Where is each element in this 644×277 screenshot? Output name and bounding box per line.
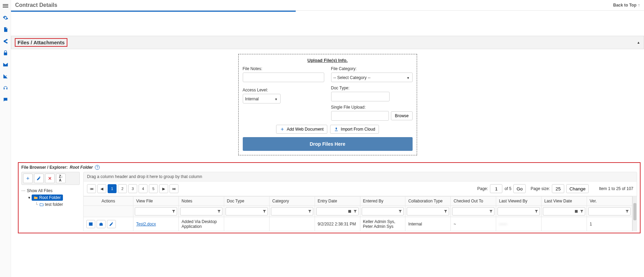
filter-checked-out[interactable] (452, 207, 494, 215)
file-category-select[interactable]: -- Select Category -- (331, 73, 413, 82)
current-folder: Root Folder (70, 165, 93, 170)
go-button[interactable]: Go (513, 184, 526, 193)
row-briefcase-icon[interactable] (97, 220, 106, 228)
help-icon[interactable]: ? (95, 165, 100, 170)
filter-icon[interactable] (217, 209, 221, 213)
pager-prev[interactable]: ◀ (97, 184, 106, 193)
pager-page-4[interactable]: 4 (139, 184, 148, 193)
filter-icon[interactable] (172, 209, 176, 213)
back-to-top-link[interactable]: Back to Top ↑ (613, 3, 640, 8)
add-web-doc-button[interactable]: Add Web Document (276, 125, 327, 134)
file-category-label: File Category: (331, 66, 413, 71)
filter-icon[interactable] (580, 209, 584, 213)
col-actions[interactable]: Actions (84, 197, 133, 206)
file-notes-input[interactable] (243, 73, 324, 82)
filter-entry-date[interactable] (316, 207, 359, 215)
filter-icon[interactable] (625, 209, 629, 213)
document-icon[interactable] (3, 27, 8, 32)
filter-icon[interactable] (353, 209, 357, 213)
calendar-icon[interactable] (348, 209, 352, 213)
page-size-input[interactable] (552, 184, 564, 193)
test-folder-node[interactable]: └ test folder (35, 201, 80, 208)
filter-icon[interactable] (308, 209, 312, 213)
filter-icon[interactable] (444, 209, 448, 213)
drop-zone[interactable]: Drop Files Here (243, 137, 413, 151)
pager-page-2[interactable]: 2 (118, 184, 127, 193)
files-table: Actions View File Notes Doc Type Categor… (83, 196, 632, 231)
pager-last[interactable]: ⏭ (170, 184, 178, 193)
pager-page-3[interactable]: 3 (128, 184, 137, 193)
col-view-file[interactable]: View File (133, 197, 179, 206)
lock-icon[interactable] (3, 50, 8, 56)
mail-icon[interactable] (3, 62, 8, 67)
group-hint[interactable]: Drag a column header and drop it here to… (83, 172, 637, 181)
collapse-icon[interactable]: ▲ (637, 41, 640, 44)
single-file-input[interactable] (331, 111, 389, 121)
import-cloud-button[interactable]: Import From Cloud (330, 125, 379, 134)
col-entered-by[interactable]: Entered By (360, 197, 405, 206)
col-doc-type[interactable]: Doc Type (224, 197, 269, 206)
filter-notes[interactable] (180, 207, 222, 215)
row-view-icon[interactable] (86, 220, 95, 228)
filter-entered-by[interactable] (362, 207, 404, 215)
page-input[interactable] (490, 184, 502, 193)
delete-folder-button[interactable] (45, 174, 55, 183)
cell-entered-by: Keller Admin Sys, Peter Admin Sys (360, 217, 405, 231)
filter-collab-type[interactable] (407, 207, 449, 215)
col-ver[interactable]: Ver. (587, 197, 632, 206)
cell-doc-type (224, 217, 269, 231)
share-icon[interactable] (3, 38, 8, 44)
filter-last-viewed-by[interactable] (498, 207, 540, 215)
menu-icon[interactable] (3, 5, 8, 6)
root-folder-node[interactable]: ▾ Root Folder (28, 194, 80, 201)
upload-panel: Upload File(s) Info. File Notes: Access … (238, 54, 417, 155)
calendar-icon[interactable] (574, 209, 578, 213)
headset-icon[interactable] (3, 85, 8, 91)
col-last-viewed-by[interactable]: Last Viewed By (496, 197, 542, 206)
cell-checked-out: ~ (451, 217, 496, 231)
filter-category[interactable] (271, 207, 313, 215)
filter-icon[interactable] (262, 209, 266, 213)
col-last-view-date[interactable]: Last View Date (542, 197, 587, 206)
row-edit-icon[interactable] (107, 220, 116, 228)
pager-page-5[interactable]: 5 (149, 184, 158, 193)
folder-icon (40, 202, 44, 207)
pager-next[interactable]: ▶ (159, 184, 168, 193)
col-category[interactable]: Category (269, 197, 315, 206)
pager-page-1[interactable]: 1 (108, 184, 117, 193)
vertical-scrollbar[interactable] (632, 196, 637, 231)
sort-button[interactable]: Z↓A (56, 174, 66, 183)
access-level-select[interactable]: Internal (243, 94, 281, 103)
gear-icon[interactable] (3, 15, 8, 21)
doc-type-input[interactable] (331, 92, 390, 101)
chat-icon[interactable] (3, 97, 8, 102)
pager: ⏮ ◀ 1 2 3 4 5 ▶ ⏭ Page: (83, 181, 637, 196)
cell-entry-date: 9/2/2022 2:38:31 PM (315, 217, 360, 231)
file-link[interactable]: Test2.docx (136, 222, 156, 226)
filter-icon[interactable] (489, 209, 493, 213)
files-section-header[interactable]: Files / Attachments ▲ (11, 36, 644, 49)
col-collab-type[interactable]: Collaboration Type (405, 197, 451, 206)
change-button[interactable]: Change (566, 184, 589, 193)
filter-doc-type[interactable] (226, 207, 268, 215)
show-all-files[interactable]: ⋯ Show All Files (21, 188, 80, 194)
filter-ver[interactable] (588, 207, 631, 215)
chart-icon[interactable] (3, 74, 8, 79)
edit-folder-button[interactable] (34, 174, 44, 183)
filter-icon[interactable] (534, 209, 538, 213)
cell-collab-type: Internal (405, 217, 451, 231)
add-folder-button[interactable] (23, 174, 33, 183)
filter-view-file[interactable] (135, 207, 177, 215)
filter-last-view-date[interactable] (543, 207, 585, 215)
plus-icon (280, 127, 285, 132)
page-of: of 5 (504, 186, 511, 191)
col-entry-date[interactable]: Entry Date (315, 197, 360, 206)
tree-toolbar: Z↓A (21, 172, 80, 185)
col-checked-out[interactable]: Checked Out To (451, 197, 496, 206)
filter-icon[interactable] (398, 209, 402, 213)
pager-first[interactable]: ⏮ (87, 184, 96, 193)
browse-button[interactable]: Browse (391, 111, 412, 120)
single-file-label: Single File Upload: (331, 105, 413, 110)
page-label: Page: (477, 186, 488, 191)
col-notes[interactable]: Notes (178, 197, 224, 206)
